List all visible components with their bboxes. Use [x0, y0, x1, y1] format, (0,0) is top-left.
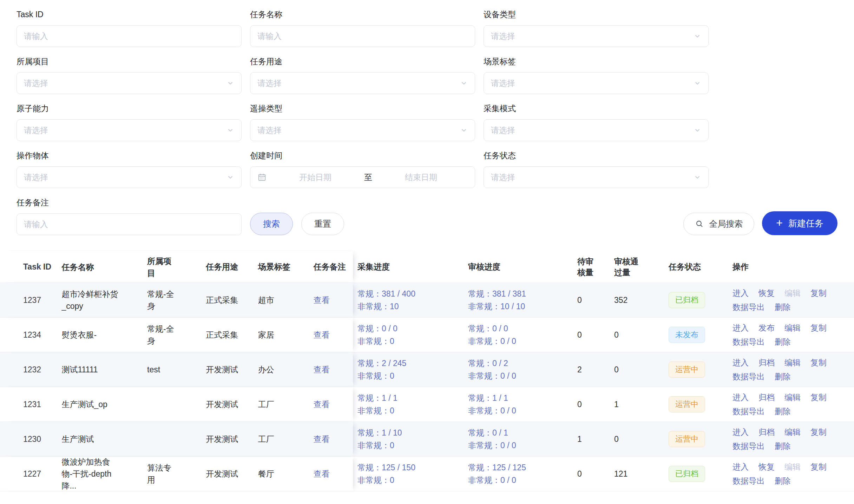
review-irregular-value: 0 / 0: [500, 441, 516, 450]
filter-label: 任务备注: [17, 197, 242, 208]
cell-pending: 2: [577, 365, 582, 374]
note-view-link[interactable]: 查看: [314, 399, 330, 410]
table-row: 1227 微波炉加热食物-干扰-depth降... 算法专用 开发测试 餐厅 查…: [0, 457, 854, 491]
action-link[interactable]: 进入: [733, 391, 749, 404]
task-name-input[interactable]: [250, 25, 475, 47]
action-link[interactable]: 删除: [775, 475, 791, 487]
global-search-label: 全局搜索: [709, 218, 743, 230]
actions-cell: 进入归档编辑复制数据导出删除: [733, 426, 854, 452]
global-search-button[interactable]: 全局搜索: [683, 213, 754, 235]
header-task-name: 任务名称: [61, 251, 147, 283]
action-link[interactable]: 编辑: [784, 391, 801, 404]
action-link[interactable]: 删除: [775, 301, 791, 313]
action-link[interactable]: 删除: [775, 440, 791, 452]
select-placeholder: 请选择: [257, 125, 460, 136]
fixed-columns: 1231 生产测试_op 开发测试 工厂 查看: [0, 387, 353, 422]
teleop-type-select[interactable]: 请选择: [250, 119, 475, 141]
action-link[interactable]: 数据导出: [733, 370, 765, 383]
action-link[interactable]: 数据导出: [733, 336, 765, 348]
action-link[interactable]: 编辑: [784, 426, 801, 438]
cell-project: 常规-全身: [147, 323, 177, 347]
header-purpose: 任务用途: [206, 251, 258, 283]
action-link[interactable]: 数据导出: [733, 440, 765, 452]
action-link[interactable]: 归档: [758, 391, 775, 404]
filter-label: 采集模式: [484, 103, 709, 114]
select-placeholder: 请选择: [24, 172, 226, 183]
actions-cell: 进入恢复编辑复制数据导出删除: [733, 287, 854, 313]
chevron-down-icon: [226, 79, 234, 87]
chevron-down-icon: [226, 173, 234, 181]
action-link[interactable]: 删除: [775, 336, 791, 348]
action-link[interactable]: 删除: [775, 405, 791, 418]
select-placeholder: 请选择: [24, 78, 226, 89]
create-task-button[interactable]: + 新建任务: [762, 211, 837, 235]
action-link[interactable]: 归档: [758, 426, 775, 438]
collect-regular-value: 1 / 10: [382, 428, 402, 437]
action-link[interactable]: 数据导出: [733, 405, 765, 418]
filter-field-task-note: 任务备注: [17, 197, 242, 235]
actions-cell: 进入发布编辑复制数据导出删除: [733, 321, 854, 348]
status-badge: 运营中: [669, 396, 705, 412]
create-time-range-picker[interactable]: 开始日期 至 结束日期: [250, 166, 475, 188]
cell-purpose: 正式采集: [206, 318, 258, 352]
header-task-status: 任务状态: [669, 251, 733, 283]
atomic-ability-select[interactable]: 请选择: [17, 119, 242, 141]
scroll-columns: 常规：2 / 245 非常规：0 常规：0 / 2 非常规：0 / 0 2 0 …: [353, 352, 854, 387]
fixed-columns: 1234 熨烫衣服- 常规-全身 正式采集 家居 查看: [0, 318, 353, 352]
cell-pending: 0: [577, 296, 582, 305]
purpose-select[interactable]: 请选择: [250, 72, 475, 94]
action-link[interactable]: 数据导出: [733, 301, 765, 313]
action-link[interactable]: 编辑: [784, 321, 801, 334]
action-link[interactable]: 复制: [810, 391, 827, 404]
action-link[interactable]: 复制: [810, 321, 827, 334]
collect-regular-value: 1 / 1: [382, 393, 398, 403]
action-link[interactable]: 恢复: [758, 287, 775, 299]
action-link[interactable]: 发布: [758, 321, 775, 334]
project-select[interactable]: 请选择: [17, 72, 242, 94]
cell-task-name: 测试11111: [61, 364, 119, 376]
action-link[interactable]: 复制: [810, 356, 827, 369]
cell-pending: 0: [577, 469, 582, 479]
action-link[interactable]: 进入: [733, 287, 749, 299]
action-link[interactable]: 进入: [733, 426, 749, 438]
reset-button[interactable]: 重置: [301, 213, 344, 235]
note-view-link[interactable]: 查看: [314, 330, 330, 340]
filter-label: 场景标签: [484, 56, 709, 67]
start-date-placeholder[interactable]: 开始日期: [269, 172, 362, 183]
collect-progress: 常规：1 / 10 非常规：0: [357, 426, 402, 452]
scene-tag-select[interactable]: 请选择: [484, 72, 709, 94]
action-link[interactable]: 数据导出: [733, 475, 765, 487]
action-link[interactable]: 删除: [775, 370, 791, 383]
action-link[interactable]: 复制: [810, 287, 827, 299]
device-type-select[interactable]: 请选择: [484, 25, 709, 47]
action-link: 编辑: [784, 460, 801, 473]
cell-pending: 0: [577, 330, 582, 340]
note-view-link[interactable]: 查看: [314, 469, 330, 479]
end-date-placeholder[interactable]: 结束日期: [374, 172, 468, 183]
cell-scene: 家居: [258, 318, 314, 352]
note-view-link[interactable]: 查看: [314, 295, 330, 306]
action-link[interactable]: 进入: [733, 321, 749, 334]
action-link[interactable]: 进入: [733, 356, 749, 369]
note-view-link[interactable]: 查看: [314, 434, 330, 445]
operate-object-select[interactable]: 请选择: [17, 166, 242, 188]
collect-mode-select[interactable]: 请选择: [484, 119, 709, 141]
cell-project: test: [147, 364, 177, 376]
action-link[interactable]: 进入: [733, 460, 749, 473]
search-button[interactable]: 搜索: [250, 213, 293, 235]
action-link[interactable]: 恢复: [758, 460, 775, 473]
cell-pending: 0: [577, 400, 582, 409]
action-link[interactable]: 归档: [758, 356, 775, 369]
filter-label: 任务状态: [484, 150, 709, 161]
note-view-link[interactable]: 查看: [314, 364, 330, 375]
task-status-select[interactable]: 请选择: [484, 166, 709, 188]
collect-progress: 常规：381 / 400 非常规：10: [357, 287, 415, 313]
action-link[interactable]: 编辑: [784, 356, 801, 369]
cell-task-id: 1230: [0, 422, 61, 456]
action-link[interactable]: 复制: [810, 460, 827, 473]
task-note-input[interactable]: [17, 213, 242, 235]
cell-project: 算法专用: [147, 462, 177, 486]
collect-regular-value: 2 / 245: [382, 359, 406, 368]
action-link[interactable]: 复制: [810, 426, 827, 438]
task-id-input[interactable]: [17, 25, 242, 47]
